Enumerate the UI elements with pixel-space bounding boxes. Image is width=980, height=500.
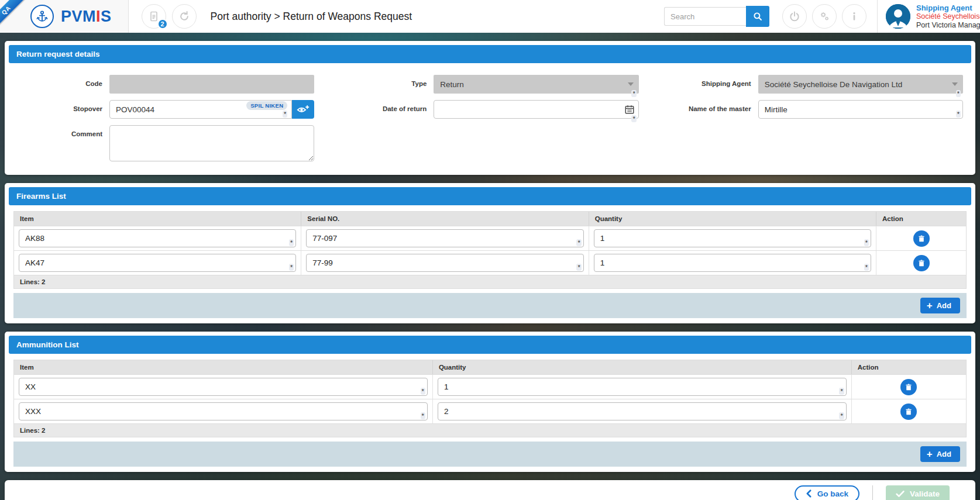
- master-name-input[interactable]: [758, 100, 963, 119]
- required-marker: *: [576, 264, 581, 271]
- firearms-add-band: + Add: [13, 293, 967, 318]
- stopover-vessel-badge: SPIL NIKEN: [246, 101, 287, 110]
- info-button[interactable]: [842, 4, 866, 29]
- date-of-return-label: Date of return: [335, 100, 434, 112]
- type-label: Type: [335, 75, 434, 87]
- trash-icon: [917, 259, 926, 267]
- ammunition-quantity-input[interactable]: [438, 378, 847, 396]
- delete-row-button[interactable]: [913, 230, 930, 247]
- ammunition-list-title: Ammunition List: [9, 336, 971, 354]
- firearm-serial-input[interactable]: [306, 254, 583, 272]
- return-request-details-panel: Return request details Code Type Return …: [5, 41, 975, 175]
- user-company: Société Seychelloise D: [916, 12, 980, 21]
- ammunition-table: Item Quantity Action * *: [13, 360, 967, 437]
- firearms-table-row: * * *: [14, 250, 966, 275]
- firearm-quantity-input[interactable]: [594, 229, 871, 247]
- required-marker: *: [631, 90, 636, 97]
- master-name-label: Name of the master: [660, 100, 758, 112]
- ammunition-quantity-input[interactable]: [438, 402, 847, 420]
- search-group: [664, 6, 769, 27]
- required-marker: *: [289, 264, 294, 271]
- footer-divider: [872, 485, 873, 500]
- required-marker: *: [839, 412, 844, 419]
- return-request-details-title: Return request details: [9, 45, 971, 63]
- firearm-item-input[interactable]: [19, 229, 296, 247]
- trash-icon: [905, 383, 913, 391]
- brand-wordmark: PVMIS: [61, 8, 112, 26]
- shipping-agent-label: Shipping Agent: [660, 75, 758, 87]
- shipping-agent-field: Shipping Agent Société Seychelloise De N…: [660, 75, 963, 94]
- comment-textarea[interactable]: [109, 125, 314, 161]
- header-utility-icons: [782, 4, 866, 29]
- required-marker: *: [421, 412, 425, 419]
- ammunition-item-input[interactable]: [19, 402, 428, 420]
- validate-button-disabled[interactable]: Validate: [886, 485, 950, 500]
- shipping-agent-select-disabled: Société Seychelloise De Navigation Ltd: [758, 75, 963, 94]
- settings-gears-button[interactable]: [812, 4, 837, 29]
- user-profile-block[interactable]: Shipping Agent Société Seychelloise D Po…: [878, 4, 980, 30]
- column-header-action: Action: [852, 360, 966, 374]
- type-value: Return: [440, 80, 464, 89]
- notification-count-badge: 2: [157, 19, 168, 29]
- search-button[interactable]: [746, 6, 769, 27]
- code-field: Code: [11, 75, 314, 94]
- ammunition-add-button[interactable]: + Add: [920, 446, 960, 462]
- firearm-quantity-input[interactable]: [594, 254, 871, 272]
- firearms-list-panel: Firearms List Item Serial NO. Quantity A…: [5, 183, 975, 323]
- required-marker: *: [864, 264, 869, 271]
- stopover-lookup-eye-plus-button[interactable]: [292, 100, 314, 119]
- comment-field: Comment: [11, 125, 314, 164]
- refresh-button[interactable]: [172, 4, 197, 29]
- details-form: Code Type Return * Shipping Agent: [9, 63, 971, 171]
- chevron-left-icon: [806, 489, 812, 498]
- type-select-disabled: Return: [434, 75, 638, 94]
- firearms-add-button[interactable]: + Add: [920, 298, 960, 313]
- firearms-list-title: Firearms List: [9, 187, 971, 205]
- go-back-label: Go back: [817, 489, 848, 498]
- header-right-actions: Shipping Agent Société Seychelloise D Po…: [664, 0, 980, 33]
- top-header-bar: QA PVMIS 2: [0, 0, 980, 33]
- date-of-return-field: Date of return *: [335, 100, 638, 119]
- column-header-item: Item: [14, 212, 301, 226]
- firearm-serial-input[interactable]: [306, 229, 583, 247]
- logout-power-button[interactable]: [782, 4, 807, 29]
- ammunition-item-input[interactable]: [19, 378, 428, 396]
- code-input-disabled: [109, 75, 314, 94]
- firearms-table: Item Serial NO. Quantity Action * * *: [13, 211, 967, 289]
- user-info-text: Shipping Agent Société Seychelloise D Po…: [916, 4, 980, 30]
- user-avatar: [886, 4, 910, 29]
- search-input[interactable]: [664, 7, 746, 26]
- date-of-return-input[interactable]: [434, 100, 638, 119]
- user-organisation: Port Victoria Managem: [916, 21, 980, 30]
- trash-icon: [905, 408, 913, 416]
- firearm-item-input[interactable]: [19, 254, 296, 272]
- required-marker: *: [289, 239, 294, 246]
- logo-area[interactable]: PVMIS: [0, 0, 129, 33]
- stopover-label: Stopover: [11, 100, 109, 112]
- user-role: Shipping Agent: [916, 4, 980, 12]
- delete-row-button[interactable]: [900, 379, 917, 395]
- required-marker: *: [839, 388, 844, 395]
- check-icon: [896, 490, 905, 498]
- calendar-icon[interactable]: [624, 104, 635, 115]
- plus-icon: +: [927, 450, 933, 458]
- ammunition-table-header: Item Quantity Action: [14, 360, 966, 374]
- shipping-agent-value: Société Seychelloise De Navigation Ltd: [765, 80, 903, 89]
- required-marker: *: [631, 115, 636, 122]
- add-button-label: Add: [937, 301, 951, 310]
- chevron-down-icon: [628, 82, 634, 86]
- firearms-table-row: * * *: [14, 226, 966, 250]
- breadcrumb: Port authority > Return of Weapons Reque…: [211, 11, 412, 23]
- column-header-quantity: Quantity: [433, 360, 852, 374]
- delete-row-button[interactable]: [900, 404, 917, 420]
- required-marker: *: [576, 239, 581, 246]
- add-button-label: Add: [937, 450, 951, 458]
- delete-row-button[interactable]: [913, 255, 930, 271]
- documents-button[interactable]: 2: [142, 4, 166, 29]
- column-header-quantity: Quantity: [589, 212, 876, 226]
- ammunition-list-panel: Ammunition List Item Quantity Action * *: [5, 332, 975, 472]
- anchor-logo-icon: [30, 5, 54, 28]
- trash-icon: [917, 235, 926, 243]
- go-back-button[interactable]: Go back: [795, 485, 859, 500]
- app-screen: QA PVMIS 2: [0, 0, 980, 500]
